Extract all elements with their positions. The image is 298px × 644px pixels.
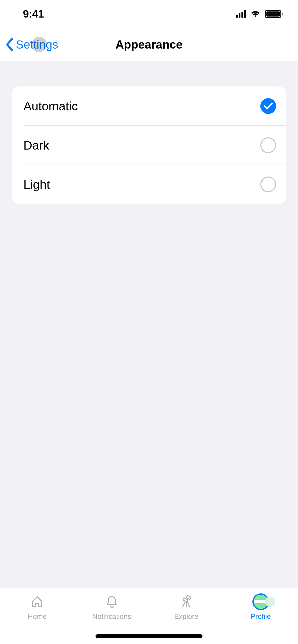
content: Automatic Dark Light: [0, 61, 298, 204]
tab-home[interactable]: Home: [0, 594, 75, 621]
option-light[interactable]: Light: [12, 165, 286, 204]
cellular-icon: [236, 10, 246, 18]
home-icon: [30, 595, 44, 609]
home-indicator[interactable]: [96, 634, 202, 638]
option-automatic[interactable]: Automatic: [12, 86, 286, 126]
tab-label: Notifications: [92, 612, 131, 621]
radio-selected-icon: [260, 98, 276, 114]
option-dark[interactable]: Dark: [12, 126, 286, 165]
battery-icon: [265, 10, 283, 18]
nav-bar: Settings Appearance: [0, 28, 298, 61]
svg-line-2: [183, 602, 185, 607]
svg-line-4: [187, 602, 190, 607]
bell-icon: [105, 595, 119, 609]
tab-label: Home: [28, 612, 47, 621]
radio-unselected-icon: [260, 137, 276, 153]
option-label: Automatic: [23, 99, 78, 113]
option-label: Light: [23, 178, 50, 192]
tab-notifications[interactable]: Notifications: [75, 594, 149, 621]
wifi-icon: [250, 10, 261, 18]
tab-label: Profile: [251, 612, 271, 621]
svg-rect-0: [186, 595, 191, 599]
back-label: Settings: [16, 38, 58, 51]
page-title: Appearance: [115, 38, 182, 51]
status-indicators: [236, 10, 283, 18]
avatar-overflow: [265, 597, 275, 607]
back-button[interactable]: Settings: [0, 38, 58, 51]
status-bar: 9:41: [0, 0, 298, 28]
chevron-left-icon: [5, 38, 14, 51]
radio-unselected-icon: [260, 177, 276, 192]
status-time: 9:41: [23, 8, 44, 20]
option-label: Dark: [23, 138, 49, 152]
tab-label: Explore: [174, 612, 198, 621]
tab-profile[interactable]: Profile: [224, 594, 298, 621]
tab-explore[interactable]: Explore: [149, 594, 224, 621]
telescope-icon: [179, 595, 193, 609]
appearance-options: Automatic Dark Light: [12, 86, 286, 204]
